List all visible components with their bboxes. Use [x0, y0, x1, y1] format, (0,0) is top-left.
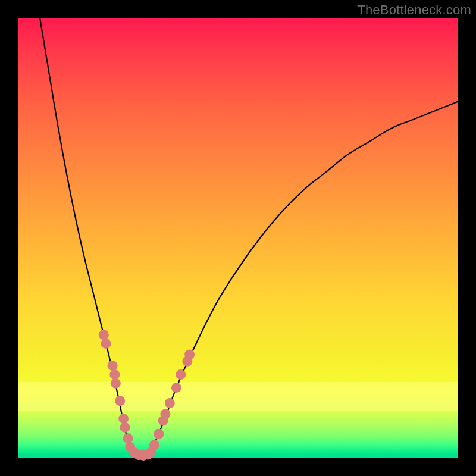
data-point — [111, 378, 121, 389]
data-point — [118, 414, 129, 424]
data-point — [154, 429, 164, 439]
data-point — [171, 383, 181, 393]
data-point — [115, 396, 125, 406]
data-point — [99, 330, 109, 340]
data-point — [184, 350, 195, 360]
data-point-markers — [99, 330, 195, 461]
data-point — [123, 433, 133, 443]
data-point — [120, 422, 130, 433]
bottleneck-curve-plot — [18, 18, 458, 458]
data-point — [109, 369, 120, 380]
data-point — [160, 409, 170, 419]
data-point — [149, 440, 159, 450]
data-point — [165, 398, 175, 408]
data-point — [101, 339, 111, 349]
curve-right-branch — [150, 102, 458, 454]
data-point — [176, 369, 186, 380]
watermark-text: TheBottleneck.com — [357, 2, 471, 18]
data-point — [108, 361, 118, 371]
curve-left-branch — [40, 18, 132, 454]
